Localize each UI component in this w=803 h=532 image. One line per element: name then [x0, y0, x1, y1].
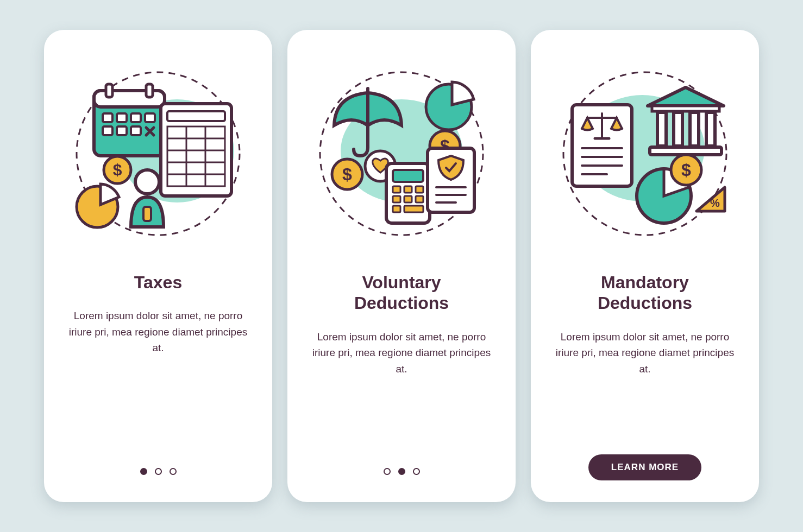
svg-point-25 [135, 170, 159, 194]
svg-rect-26 [143, 207, 151, 221]
svg-rect-11 [117, 126, 127, 135]
card-desc: Lorem ipsum dolor sit amet, ne porro iri… [555, 329, 735, 377]
page-dot-2[interactable] [155, 468, 162, 475]
learn-more-button[interactable]: LEARN MORE [588, 454, 701, 480]
svg-rect-45 [404, 206, 423, 212]
svg-rect-7 [117, 113, 127, 122]
page-dot-1[interactable] [140, 468, 147, 475]
page-dot-3[interactable] [170, 468, 177, 475]
svg-rect-37 [393, 170, 423, 182]
card-desc: Lorem ipsum dolor sit amet, ne porro iri… [312, 329, 491, 377]
svg-text:%: % [710, 197, 720, 209]
onboarding-card-mandatory: $ % Mandatory Deductions Lorem ipsum dol… [531, 30, 759, 502]
svg-rect-15 [167, 126, 225, 186]
card-desc: Lorem ipsum dolor sit amet, ne porro iri… [68, 308, 248, 356]
svg-rect-38 [393, 186, 400, 193]
svg-rect-40 [416, 186, 423, 193]
mandatory-deductions-icon: $ % [553, 61, 737, 246]
svg-rect-55 [690, 112, 699, 146]
page-dots [140, 468, 177, 475]
page-dot-2[interactable] [398, 468, 405, 475]
page-dot-1[interactable] [384, 468, 391, 475]
card-title: Mandatory Deductions [598, 272, 692, 314]
svg-rect-8 [131, 113, 141, 122]
svg-rect-12 [131, 126, 141, 135]
onboarding-card-voluntary: $ $ [287, 30, 516, 502]
card-title: Voluntary Deductions [354, 272, 449, 314]
svg-rect-52 [652, 106, 719, 111]
taxes-icon: $ [66, 61, 250, 246]
svg-rect-44 [393, 206, 400, 212]
svg-rect-56 [706, 112, 715, 146]
svg-text:$: $ [342, 164, 352, 184]
svg-rect-54 [674, 112, 682, 146]
page-dots [384, 468, 420, 475]
svg-rect-43 [416, 196, 423, 202]
onboarding-card-taxes: $ Taxes Lorem ipsum dolor sit amet, ne p… [44, 30, 272, 502]
svg-text:$: $ [681, 160, 691, 180]
svg-rect-41 [393, 196, 400, 202]
card-title: Taxes [134, 272, 182, 293]
svg-rect-5 [146, 84, 153, 97]
svg-rect-4 [106, 84, 112, 97]
page-dot-3[interactable] [413, 468, 420, 475]
svg-rect-53 [657, 112, 666, 146]
svg-rect-10 [103, 126, 112, 135]
voluntary-deductions-icon: $ $ [309, 61, 494, 246]
svg-text:$: $ [113, 161, 122, 179]
svg-rect-9 [145, 113, 155, 122]
svg-rect-42 [404, 196, 412, 202]
svg-rect-6 [103, 113, 112, 122]
svg-rect-14 [167, 111, 225, 121]
svg-rect-39 [404, 186, 412, 193]
